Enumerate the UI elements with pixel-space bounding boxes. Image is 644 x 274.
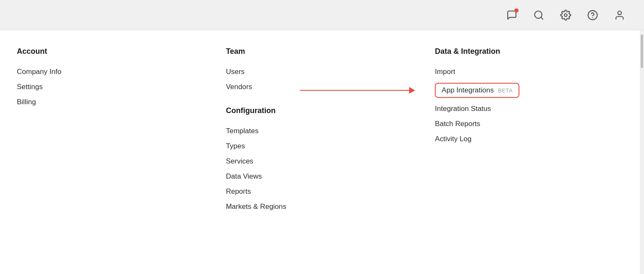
- team-config-column: Team Users Vendors Configuration Templat…: [226, 47, 435, 257]
- svg-point-2: [564, 13, 567, 16]
- scrollbar[interactable]: [640, 30, 644, 274]
- menu-item-settings[interactable]: Settings: [17, 79, 209, 95]
- menu-item-users[interactable]: Users: [226, 64, 418, 79]
- account-column: Account Company Info Settings Billing: [17, 47, 226, 257]
- menu-item-batch-reports[interactable]: Batch Reports: [435, 116, 627, 132]
- app-integrations-label[interactable]: App Integrations: [442, 86, 494, 95]
- menu-item-activity-log[interactable]: Activity Log: [435, 132, 627, 147]
- team-header: Team: [226, 47, 418, 56]
- menu-item-templates[interactable]: Templates: [226, 124, 418, 139]
- configuration-header: Configuration: [226, 106, 418, 115]
- chat-icon[interactable]: [504, 8, 519, 23]
- svg-point-5: [618, 11, 622, 15]
- menu-item-data-views[interactable]: Data Views: [226, 169, 418, 184]
- search-icon[interactable]: [531, 8, 546, 23]
- menu-item-integration-status[interactable]: Integration Status: [435, 101, 627, 116]
- scrollbar-thumb: [641, 34, 643, 68]
- data-integration-column: Data & Integration Import App Integratio…: [435, 47, 644, 257]
- menu-item-reports[interactable]: Reports: [226, 184, 418, 199]
- beta-badge: BETA: [498, 87, 513, 94]
- user-icon[interactable]: [612, 8, 627, 23]
- help-icon[interactable]: [585, 8, 600, 23]
- menu-item-services[interactable]: Services: [226, 154, 418, 169]
- menu-item-markets-regions[interactable]: Markets & Regions: [226, 199, 418, 214]
- gear-icon[interactable]: [558, 8, 573, 23]
- menu-item-types[interactable]: Types: [226, 139, 418, 154]
- app-integrations-box[interactable]: App Integrations BETA: [435, 83, 519, 98]
- app-integrations-row: App Integrations BETA: [435, 79, 627, 101]
- top-bar: [0, 0, 644, 30]
- account-header: Account: [17, 47, 209, 56]
- menu-item-import[interactable]: Import: [435, 64, 627, 79]
- main-content: Account Company Info Settings Billing Te…: [0, 30, 644, 274]
- svg-line-1: [541, 17, 543, 19]
- arrow-indicator: [300, 87, 415, 94]
- data-integration-header: Data & Integration: [435, 47, 627, 56]
- menu-item-billing[interactable]: Billing: [17, 95, 209, 110]
- menu-item-company-info[interactable]: Company Info: [17, 64, 209, 79]
